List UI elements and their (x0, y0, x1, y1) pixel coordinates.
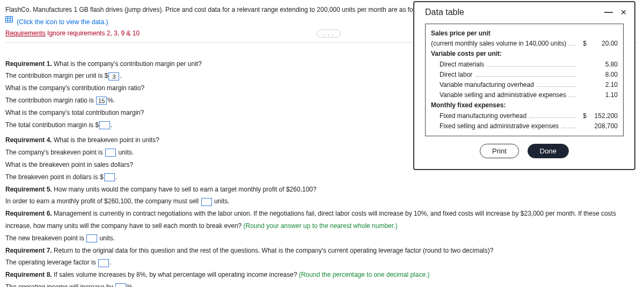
minimize-icon[interactable]: — (604, 8, 613, 17)
req5-answer-pre: In order to earn a monthly profit of $26… (5, 197, 201, 205)
req1c-answer-pre: The total contribution margin is $ (5, 121, 99, 129)
var-sell-admin-value: 1.10 (587, 90, 618, 100)
op-income-increase-input[interactable] (115, 283, 126, 287)
req8-heading: Requirement 8. (5, 271, 52, 278)
modal-title: Data table (425, 8, 464, 17)
req1c-answer-post: . (111, 121, 112, 129)
sales-currency: $ (579, 39, 587, 49)
requirements-link[interactable]: Requirements (5, 30, 46, 37)
fixed-mfg-overhead-value: 152,200 (587, 111, 618, 121)
cm-ratio-input[interactable]: 15 (96, 97, 107, 105)
req7-heading: Requirement 7. (5, 247, 52, 254)
new-breakeven-input[interactable] (86, 234, 97, 242)
req6-hint: (Round your answer up to the nearest who… (244, 222, 398, 230)
req5-answer-post: units. (213, 197, 230, 205)
var-sell-admin-label: Variable selling and administrative expe… (431, 90, 566, 100)
data-table: Sales price per unit (current monthly sa… (425, 24, 624, 136)
print-button[interactable]: Print (480, 144, 519, 158)
breakeven-units-input[interactable] (105, 149, 116, 157)
var-cost-header: Variable costs per unit: (431, 49, 502, 59)
fixed-mfg-currency: $ (579, 111, 587, 121)
table-icon[interactable] (5, 15, 13, 26)
sales-price-value: 20.00 (587, 39, 618, 49)
fixed-sell-admin-label: Fixed selling and administrative expense… (431, 121, 559, 131)
var-mfg-overhead-value: 2.10 (587, 80, 618, 90)
fixed-exp-header: Monthly fixed expenses: (431, 100, 506, 111)
more-menu[interactable]: . . . (317, 30, 341, 38)
total-cm-input[interactable] (99, 121, 110, 129)
req1-answer-post: . (120, 72, 121, 79)
req4-heading: Requirement 4. (5, 136, 52, 144)
fixed-mfg-overhead-label: Fixed manufacturing overhead (431, 111, 526, 121)
direct-materials-value: 5.80 (587, 60, 618, 70)
fixed-sell-admin-value: 208,700 (587, 121, 618, 131)
close-icon[interactable]: ✕ (620, 8, 627, 17)
req4b-answer-pre: The breakeven point in dollars is $ (5, 173, 104, 181)
req5-heading: Requirement 5. (5, 186, 52, 193)
var-mfg-overhead-label: Variable manufacturing overhead (431, 80, 534, 90)
req4-answer-pre: The company's breakeven point is (5, 149, 105, 156)
req7-question: Return to the original data for this que… (54, 247, 493, 254)
op-leverage-input[interactable] (98, 259, 109, 267)
req6-answer-post: units. (98, 234, 115, 242)
req6-heading: Requirement 6. (5, 210, 52, 217)
direct-labor-label: Direct labor (431, 70, 472, 80)
breakeven-dollars-input[interactable] (104, 173, 115, 181)
req8-hint: (Round the percentage to one decimal pla… (299, 271, 430, 278)
req4-question: What is the breakeven point in units? (54, 136, 159, 144)
cm-per-unit-input[interactable]: 3 (108, 72, 119, 80)
req4-answer-post: units. (116, 149, 134, 156)
req1b-answer-post: %. (107, 97, 115, 104)
done-button[interactable]: Done (528, 144, 569, 158)
req8-question: If sales volume increases by 8%, by what… (54, 271, 299, 278)
sales-volume-label: (current monthly sales volume in 140,000… (431, 39, 566, 49)
sales-header: Sales price per unit (431, 28, 491, 39)
req4b-answer-post: . (115, 173, 117, 181)
req5-question: How many units would the company have to… (54, 186, 317, 193)
req8-answer-pre: The operating income will increase by (5, 283, 115, 287)
req8-answer-post: %. (127, 283, 134, 287)
view-data-link[interactable]: (Click the icon to view the data.) (17, 19, 108, 26)
target-profit-units-input[interactable] (201, 198, 212, 206)
req6-answer-pre: The new breakeven point is (5, 234, 86, 242)
svg-rect-0 (6, 17, 13, 23)
ignore-note: Ignore requirements 2, 3, 9 & 10 (47, 30, 140, 37)
direct-labor-value: 8.00 (587, 70, 618, 80)
direct-materials-label: Direct materials (431, 60, 484, 70)
data-table-modal: Data table — ✕ Sales price per unit (cur… (413, 1, 635, 170)
req1-heading: Requirement 1. (5, 60, 52, 68)
req7-answer-post: . (109, 259, 111, 266)
req1-question: What is the company's contribution margi… (54, 60, 202, 68)
req1b-answer-pre: The contribution margin ratio is (5, 97, 96, 104)
req7-answer-pre: The operating leverage factor is (5, 259, 98, 266)
req1-answer-pre: The contribution margin per unit is $ (5, 72, 108, 79)
